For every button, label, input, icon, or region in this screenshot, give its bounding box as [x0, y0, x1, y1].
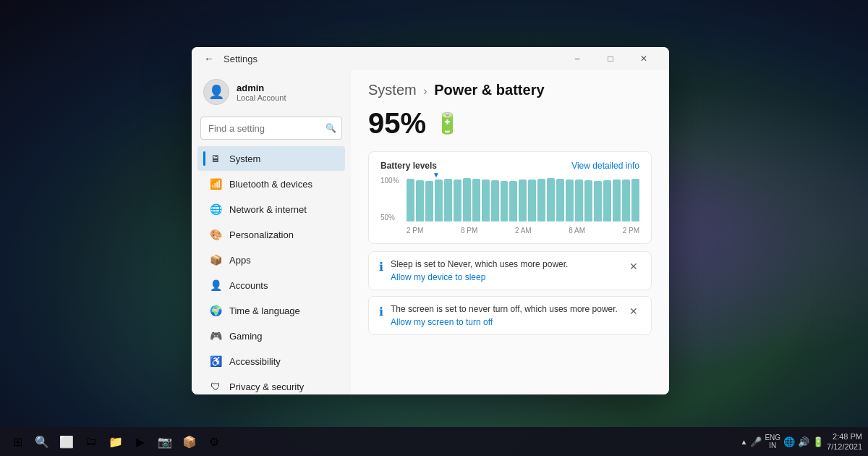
gaming-icon: 🎮 [209, 329, 222, 342]
youtube-button[interactable]: ▶ [129, 430, 152, 453]
start-button[interactable]: ⊞ [6, 430, 29, 453]
task-view-button[interactable]: ⬜ [55, 430, 78, 453]
minimize-button[interactable]: – [561, 47, 594, 70]
sidebar-item-accounts[interactable]: 👤 Accounts [197, 273, 345, 297]
taskbar: ⊞ 🔍 ⬜ 🗂 📁 ▶ 📷 📦 ⚙ ▲ 🎤 ENG IN 🌐 🔊 🔋 2:48 … [0, 427, 868, 456]
personalization-label: Personalization [229, 229, 294, 240]
accessibility-icon: ♿ [209, 355, 222, 368]
bar-14 [537, 179, 545, 221]
widgets-button[interactable]: 🗂 [80, 430, 103, 453]
chart-wrap: 100% 50% ▼ 2 PM 8 PM 2 AM 8 AM 2 PM [380, 177, 639, 235]
bluetooth-label: Bluetooth & devices [229, 179, 312, 190]
notif-screen-icon: ℹ [379, 305, 383, 318]
sidebar-item-time[interactable]: 🌍 Time & language [197, 298, 345, 323]
bar-20 [594, 181, 602, 221]
chart-label-50: 50% [380, 214, 407, 221]
system-icon: 🖥 [209, 152, 222, 165]
sidebar: 👤 admin Local Account 🔍 🖥 System 📶 Bluet… [192, 70, 351, 394]
chart-labels-x: 2 PM 8 PM 2 AM 8 AM 2 PM [407, 227, 639, 235]
notif-sleep-close[interactable]: ✕ [626, 259, 641, 274]
chart-label-100: 100% [380, 177, 407, 185]
personalization-icon: 🎨 [209, 228, 222, 241]
bar-6 [463, 178, 471, 221]
battery-percent: 95% [368, 107, 426, 140]
media-button[interactable]: 📷 [153, 430, 176, 453]
sidebar-item-network[interactable]: 🌐 Network & internet [197, 197, 345, 221]
sidebar-item-apps[interactable]: 📦 Apps [197, 248, 345, 272]
search-input[interactable] [200, 117, 342, 140]
bar-2 [425, 181, 433, 221]
sidebar-item-gaming[interactable]: 🎮 Gaming [197, 324, 345, 348]
breadcrumb-parent: System [368, 82, 417, 98]
file-explorer-button[interactable]: 📁 [104, 430, 127, 453]
bar-10 [501, 181, 509, 221]
bar-23 [622, 180, 630, 221]
battery-display: 95% 🔋 [368, 107, 652, 140]
nav-items: 🖥 System 📶 Bluetooth & devices 🌐 Network… [192, 145, 351, 394]
breadcrumb-separator: › [423, 85, 427, 97]
sidebar-item-privacy[interactable]: 🛡 Privacy & security [197, 374, 345, 394]
search-taskbar-button[interactable]: 🔍 [30, 430, 54, 453]
mic-icon[interactable]: 🎤 [750, 436, 762, 447]
notif-screen-close[interactable]: ✕ [626, 304, 641, 318]
notif-sleep-action[interactable]: Allow my device to sleep [391, 272, 619, 282]
notification-sleep: ℹ Sleep is set to Never, which uses more… [368, 251, 652, 290]
chart-link[interactable]: View detailed info [571, 161, 639, 171]
settings-taskbar-button[interactable]: ⚙ [203, 430, 226, 453]
chart-x-label-5: 2 PM [623, 227, 639, 235]
window-body: 👤 admin Local Account 🔍 🖥 System 📶 Bluet… [192, 70, 669, 394]
apps-icon: 📦 [209, 253, 222, 266]
bar-3 [435, 180, 443, 221]
network-icon: 🌐 [209, 203, 222, 216]
bar-16 [556, 179, 564, 221]
notif-sleep-icon: ℹ [379, 260, 383, 274]
user-info: admin Local Account [237, 83, 286, 102]
user-profile[interactable]: 👤 admin Local Account [192, 70, 351, 114]
sidebar-item-accessibility[interactable]: ♿ Accessibility [197, 349, 345, 373]
search-icon: 🔍 [326, 123, 336, 133]
chart-header: Battery levels View detailed info [380, 161, 639, 171]
battery-chart-section: Battery levels View detailed info 100% 5… [368, 151, 652, 244]
privacy-label: Privacy & security [229, 381, 304, 392]
notif-sleep-text: Sleep is set to Never, which uses more p… [391, 259, 619, 269]
taskbar-clock[interactable]: 2:48 PM 7/12/2021 [827, 431, 862, 452]
bar-8 [482, 180, 490, 221]
battery-icon: 🔋 [435, 111, 460, 135]
sidebar-item-system[interactable]: 🖥 System [197, 146, 345, 171]
notif-screen-action[interactable]: Allow my screen to turn off [391, 317, 619, 327]
chevron-up-icon[interactable]: ▲ [740, 438, 747, 446]
chart-pointer: ▼ [433, 171, 440, 179]
search-box: 🔍 [200, 117, 342, 140]
sidebar-item-bluetooth[interactable]: 📶 Bluetooth & devices [197, 172, 345, 196]
gaming-label: Gaming [229, 331, 263, 342]
volume-icon[interactable]: 🔊 [798, 436, 809, 447]
store-button[interactable]: 📦 [178, 430, 201, 453]
accounts-label: Accounts [229, 280, 268, 291]
back-button[interactable]: ← [200, 50, 218, 67]
lang-indicator: ENG IN [765, 434, 780, 449]
bar-24 [631, 179, 639, 221]
bar-11 [509, 181, 517, 221]
chart-x-label-3: 2 AM [515, 227, 532, 235]
taskbar-sys-icons: ▲ 🎤 ENG IN 🌐 🔊 🔋 [740, 434, 824, 449]
main-content: System › Power & battery 95% 🔋 Battery l… [351, 70, 669, 394]
network-icon[interactable]: 🌐 [783, 436, 795, 447]
system-label: System [229, 153, 260, 164]
notif-screen-content: The screen is set to never turn off, whi… [391, 304, 619, 327]
network-label: Network & internet [229, 204, 307, 215]
sidebar-item-personalization[interactable]: 🎨 Personalization [197, 222, 345, 247]
window-controls: – □ ✕ [561, 47, 660, 70]
bar-7 [472, 179, 480, 221]
bar-22 [613, 180, 621, 221]
user-role: Local Account [237, 93, 286, 102]
avatar: 👤 [203, 79, 229, 105]
time-icon: 🌍 [209, 304, 222, 317]
bar-1 [416, 180, 424, 221]
maximize-button[interactable]: □ [594, 47, 627, 70]
close-button[interactable]: ✕ [627, 47, 660, 70]
bar-13 [528, 180, 536, 221]
battery-taskbar-icon[interactable]: 🔋 [812, 436, 824, 447]
titlebar: ← Settings – □ ✕ [192, 47, 669, 70]
bluetooth-icon: 📶 [209, 177, 222, 190]
accounts-icon: 👤 [209, 279, 222, 292]
